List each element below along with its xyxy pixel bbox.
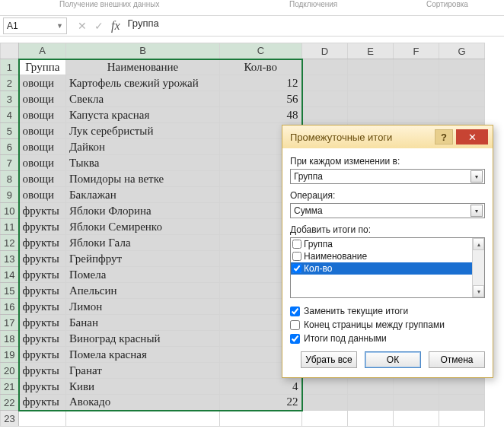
cell[interactable]: фрукты bbox=[19, 395, 66, 411]
combo-operation[interactable]: Сумма ▾ bbox=[290, 203, 485, 218]
row-header[interactable]: 22 bbox=[1, 395, 19, 411]
table-row[interactable]: 4овощиКапуста красная48 bbox=[1, 107, 485, 123]
cell[interactable]: 12 bbox=[220, 75, 302, 91]
cell[interactable]: Лимон bbox=[66, 299, 220, 315]
cell[interactable]: фрукты bbox=[19, 315, 66, 331]
chk-pagebreak-row[interactable]: Конец страницы между группами bbox=[290, 319, 485, 330]
cell[interactable] bbox=[394, 59, 439, 75]
cell[interactable] bbox=[66, 411, 220, 427]
row-header[interactable]: 6 bbox=[1, 139, 19, 155]
cell[interactable] bbox=[394, 107, 439, 123]
list-item[interactable]: Кол-во bbox=[291, 262, 484, 275]
list-item[interactable]: Наименование bbox=[291, 250, 484, 262]
cell[interactable]: фрукты bbox=[19, 251, 66, 267]
cell[interactable] bbox=[394, 75, 439, 91]
chk-below[interactable] bbox=[290, 334, 300, 344]
cell[interactable]: овощи bbox=[19, 155, 66, 171]
cell[interactable] bbox=[439, 395, 485, 411]
cell[interactable]: фрукты bbox=[19, 347, 66, 363]
scroll-down-icon[interactable]: ▾ bbox=[473, 285, 484, 297]
cell[interactable] bbox=[220, 411, 302, 427]
chk-pagebreak[interactable] bbox=[290, 320, 300, 330]
name-box[interactable]: A1 ▼ bbox=[3, 17, 67, 34]
col-header-F[interactable]: F bbox=[394, 43, 439, 59]
row-header[interactable]: 11 bbox=[1, 219, 19, 235]
cell[interactable] bbox=[19, 411, 66, 427]
cell[interactable]: фрукты bbox=[19, 363, 66, 379]
row-header[interactable]: 10 bbox=[1, 203, 19, 219]
row-header[interactable]: 9 bbox=[1, 187, 19, 203]
cell[interactable] bbox=[302, 379, 348, 395]
cell[interactable]: Помела bbox=[66, 267, 220, 283]
column-headers[interactable]: A B C D E F G bbox=[1, 43, 485, 59]
row-header[interactable]: 2 bbox=[1, 75, 19, 91]
cell[interactable]: фрукты bbox=[19, 219, 66, 235]
cell[interactable] bbox=[302, 395, 348, 411]
cell[interactable]: Дайкон bbox=[66, 139, 220, 155]
row-header[interactable]: 8 bbox=[1, 171, 19, 187]
row-header[interactable]: 5 bbox=[1, 123, 19, 139]
cell[interactable]: Капуста красная bbox=[66, 107, 220, 123]
col-header-D[interactable]: D bbox=[302, 43, 348, 59]
cell[interactable]: Наименование bbox=[66, 59, 220, 75]
cell[interactable] bbox=[348, 379, 394, 395]
cell[interactable] bbox=[302, 75, 348, 91]
cell[interactable]: Виноград красный bbox=[66, 331, 220, 347]
cell[interactable] bbox=[302, 411, 348, 427]
cell[interactable]: овощи bbox=[19, 91, 66, 107]
table-row[interactable]: 1ГруппаНаименованиеКол-во bbox=[1, 59, 485, 75]
row-header[interactable]: 7 bbox=[1, 155, 19, 171]
cell[interactable]: 4 bbox=[220, 379, 302, 395]
dialog-titlebar[interactable]: Промежуточные итоги ? ✕ bbox=[282, 125, 493, 148]
table-row[interactable]: 22фруктыАвокадо22 bbox=[1, 395, 485, 411]
row-header[interactable]: 17 bbox=[1, 315, 19, 331]
cell[interactable]: 56 bbox=[220, 91, 302, 107]
cell[interactable]: Банан bbox=[66, 315, 220, 331]
col-header-G[interactable]: G bbox=[439, 43, 485, 59]
table-row[interactable]: 3овощиСвекла56 bbox=[1, 91, 485, 107]
row-header[interactable]: 16 bbox=[1, 299, 19, 315]
cell[interactable]: Помидоры на ветке bbox=[66, 171, 220, 187]
cell[interactable]: фрукты bbox=[19, 331, 66, 347]
combo-change-in[interactable]: Группа ▾ bbox=[290, 169, 485, 184]
cell[interactable]: фрукты bbox=[19, 283, 66, 299]
row-header[interactable]: 3 bbox=[1, 91, 19, 107]
fx-icon[interactable]: fx bbox=[111, 19, 120, 33]
chk-below-row[interactable]: Итоги под данными bbox=[290, 333, 485, 344]
row-header[interactable]: 1 bbox=[1, 59, 19, 75]
row-header[interactable]: 15 bbox=[1, 283, 19, 299]
cell[interactable] bbox=[302, 107, 348, 123]
cell[interactable] bbox=[348, 395, 394, 411]
list-item-checkbox[interactable] bbox=[292, 264, 301, 273]
cell[interactable] bbox=[394, 395, 439, 411]
cell[interactable]: Яблоки Семиренко bbox=[66, 219, 220, 235]
cell[interactable]: Киви bbox=[66, 379, 220, 395]
row-header[interactable]: 18 bbox=[1, 331, 19, 347]
table-row[interactable]: 23 bbox=[1, 411, 485, 427]
cell[interactable]: Свекла bbox=[66, 91, 220, 107]
cell[interactable]: овощи bbox=[19, 171, 66, 187]
close-button[interactable]: ✕ bbox=[456, 129, 488, 145]
cancel-button[interactable]: Отмена bbox=[429, 351, 485, 368]
cell[interactable]: фрукты bbox=[19, 203, 66, 219]
cell[interactable]: Апельсин bbox=[66, 283, 220, 299]
add-totals-listbox[interactable]: ГруппаНаименованиеКол-во ▴ ▾ bbox=[290, 237, 485, 298]
cell[interactable]: Лук серебристый bbox=[66, 123, 220, 139]
cell[interactable]: Кол-во bbox=[220, 59, 302, 75]
cell[interactable] bbox=[348, 91, 394, 107]
cell[interactable]: 22 bbox=[220, 395, 302, 411]
help-button[interactable]: ? bbox=[435, 129, 453, 145]
cell[interactable]: овощи bbox=[19, 187, 66, 203]
row-header[interactable]: 19 bbox=[1, 347, 19, 363]
col-header-E[interactable]: E bbox=[348, 43, 394, 59]
col-header-A[interactable]: A bbox=[19, 43, 66, 59]
row-header[interactable]: 21 bbox=[1, 379, 19, 395]
cell[interactable] bbox=[439, 107, 485, 123]
scroll-up-icon[interactable]: ▴ bbox=[473, 238, 484, 250]
cell[interactable] bbox=[348, 75, 394, 91]
cell[interactable] bbox=[302, 91, 348, 107]
chk-replace[interactable] bbox=[290, 307, 300, 316]
row-header[interactable]: 23 bbox=[1, 411, 19, 427]
cell[interactable] bbox=[348, 411, 394, 427]
ok-button[interactable]: ОК bbox=[365, 351, 421, 368]
